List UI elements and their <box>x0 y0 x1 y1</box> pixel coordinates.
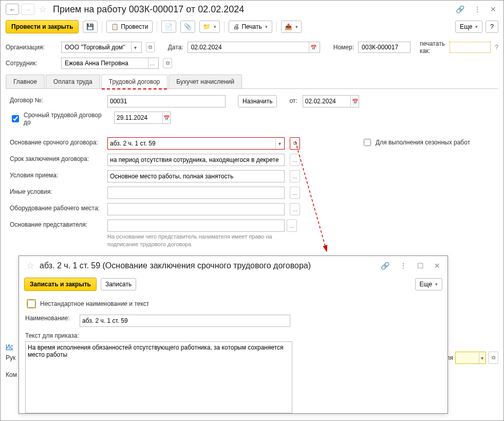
other-field[interactable] <box>107 187 285 199</box>
rep-basis-label: Основание представителя: <box>10 219 102 228</box>
ellipsis-icon[interactable]: … <box>290 187 300 199</box>
chevron-down-icon: ▾ <box>265 24 268 29</box>
until-date-field[interactable]: 📅 <box>114 112 171 124</box>
comment-label-fragment: Ком <box>6 371 17 378</box>
calendar-icon[interactable]: 📅 <box>309 42 318 52</box>
dropdown-icon[interactable]: ▾ <box>479 353 486 363</box>
seasonal-checkbox[interactable] <box>364 139 371 146</box>
number-field[interactable] <box>358 42 410 53</box>
ellipsis-icon[interactable]: … <box>287 219 297 232</box>
conditions-label: Условия приема: <box>10 170 102 179</box>
sub-page-title: абз. 2 ч. 1 ст. 59 (Основание заключения… <box>40 261 311 270</box>
ellipsis-icon[interactable]: … <box>148 58 156 68</box>
sub-favorite-star-icon[interactable]: ☆ <box>26 260 34 271</box>
seasonal-label: Для выполнения сезонных работ <box>376 139 470 146</box>
page-title: Прием на работу 003К-000017 от 02.02.202… <box>53 4 244 15</box>
term-label: Срок заключения договора: <box>10 154 102 162</box>
print-as-label: печатать как: <box>420 40 446 54</box>
folder-button[interactable]: 📁▾ <box>199 21 220 33</box>
number-label: Номер: <box>333 44 354 51</box>
tab-contract[interactable]: Трудовой договор <box>101 75 167 89</box>
other-label: Иные условия: <box>10 187 102 195</box>
save-button[interactable]: 💾 <box>83 21 98 33</box>
order-text-label: Текст для приказа: <box>25 332 441 339</box>
ellipsis-icon[interactable]: … <box>290 203 300 215</box>
doc-button[interactable]: 📄 <box>161 21 176 33</box>
sub-close-icon[interactable]: ✕ <box>432 261 442 271</box>
nonstandard-label: Нестандартное наименование и текст <box>40 300 149 307</box>
basis-open-icon[interactable]: ⧉ <box>290 137 300 150</box>
tab-main[interactable]: Главное <box>6 75 45 88</box>
sub-save-close-button[interactable]: Записать и закрыть <box>24 278 97 291</box>
date-label: Дата: <box>168 44 183 51</box>
basis-field[interactable]: ▾ <box>107 137 285 150</box>
dropdown-icon[interactable]: ▾ <box>131 42 139 52</box>
attach-button[interactable]: 📎 <box>180 21 195 33</box>
order-text-area[interactable] <box>25 341 292 413</box>
menu-icon[interactable]: ⋮ <box>472 4 483 14</box>
close-icon[interactable]: ✕ <box>488 4 498 14</box>
bottom-field[interactable]: ▾ <box>455 352 486 364</box>
calendar-icon[interactable]: 📅 <box>162 113 170 123</box>
term-field[interactable] <box>107 154 285 166</box>
conditions-field[interactable] <box>107 170 285 182</box>
post-button[interactable]: 📋Провести <box>106 21 153 33</box>
head-label-fragment: Рук <box>6 354 15 361</box>
urgent-label: Срочный трудовой договор до <box>24 112 109 126</box>
chevron-down-icon: ▾ <box>435 282 438 287</box>
rep-helper-text: На основании чего представитель нанимате… <box>107 233 292 249</box>
sub-maximize-icon[interactable]: ☐ <box>415 261 426 271</box>
link-icon[interactable]: 🔗 <box>454 4 466 14</box>
sub-save-button[interactable]: Записать <box>101 278 136 290</box>
basis-label: Основание срочного договора: <box>10 137 102 146</box>
from-date-field[interactable]: 📅 <box>303 95 359 107</box>
assign-button[interactable]: Назначить <box>238 95 277 107</box>
chevron-down-icon: ▾ <box>475 24 478 29</box>
more-button[interactable]: Еще▾ <box>455 21 482 33</box>
ellipsis-icon[interactable]: … <box>290 154 300 166</box>
equipment-label: Оборудование рабочего места: <box>10 203 102 212</box>
forward-button[interactable]: → <box>21 4 34 15</box>
employee-label: Сотрудник: <box>6 60 57 67</box>
open-icon[interactable]: ⧉ <box>146 42 155 52</box>
nonstandard-checkbox[interactable] <box>27 300 35 308</box>
urgent-checkbox[interactable] <box>12 115 19 122</box>
folder-icon: 📁 <box>203 23 211 30</box>
ellipsis-icon[interactable]: … <box>290 170 300 182</box>
print-button[interactable]: 🖨 Печать▾ <box>229 21 272 33</box>
print-as-field[interactable] <box>450 42 491 53</box>
equipment-field[interactable] <box>107 203 285 215</box>
sub-link-icon[interactable]: 🔗 <box>379 261 391 271</box>
contract-number-label: Договор №: <box>10 95 102 104</box>
export-button[interactable]: 📤▾ <box>281 21 302 33</box>
print-as-help-icon[interactable]: ? <box>495 44 498 51</box>
rep-basis-field[interactable] <box>107 219 285 232</box>
org-label: Организация: <box>6 44 57 51</box>
post-close-button[interactable]: Провести и закрыть <box>6 20 79 33</box>
help-button[interactable]: ? <box>486 21 498 33</box>
sub-name-field[interactable] <box>80 315 290 327</box>
contract-number-field[interactable] <box>107 95 226 107</box>
tab-salary[interactable]: Оплата труда <box>46 75 100 88</box>
dropdown-icon[interactable]: ▾ <box>275 138 284 149</box>
tab-accounting[interactable]: Бухучет начислений <box>169 75 242 88</box>
chevron-down-icon: ▾ <box>295 24 298 29</box>
sub-menu-icon[interactable]: ⋮ <box>398 261 409 271</box>
open-icon[interactable]: ⧉ <box>163 58 172 68</box>
open-icon[interactable]: ⧉ <box>488 352 498 364</box>
org-field[interactable]: ▾ <box>61 42 142 53</box>
post-icon: 📋 <box>111 23 119 30</box>
history-link-fragment[interactable]: Ис <box>6 343 13 351</box>
chevron-down-icon: ▾ <box>214 24 216 29</box>
favorite-star-icon[interactable]: ☆ <box>39 4 47 15</box>
sub-name-label: Наименование: <box>25 315 74 322</box>
from-label: от: <box>289 97 297 104</box>
calendar-icon[interactable]: 📅 <box>350 96 358 106</box>
back-button[interactable]: ← <box>6 4 19 15</box>
employee-field[interactable]: … <box>61 58 159 69</box>
sub-more-button[interactable]: Еще▾ <box>415 278 442 290</box>
date-field[interactable]: 📅 <box>188 42 320 53</box>
